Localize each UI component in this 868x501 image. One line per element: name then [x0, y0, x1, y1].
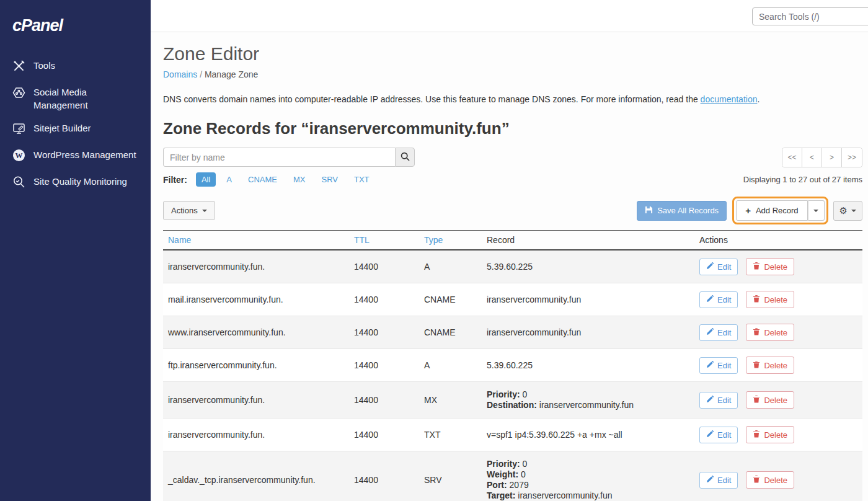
record-actions-cell: EditDelete: [694, 382, 862, 419]
filter-option-mx[interactable]: MX: [288, 172, 311, 187]
record-actions-cell: EditDelete: [694, 316, 862, 349]
social-media-icon: [12, 86, 25, 102]
record-name-cell: iranservercommunity.fun.: [163, 419, 349, 451]
delete-record-button[interactable]: Delete: [746, 324, 794, 341]
filter-option-all[interactable]: All: [196, 172, 216, 187]
record-ttl-cell: 14400: [349, 451, 419, 501]
main-area: Zone Editor Domains / Manage Zone DNS co…: [151, 0, 868, 501]
sort-by-name-link[interactable]: Name: [168, 235, 191, 245]
save-icon: [645, 206, 653, 216]
column-header-ttl: TTL: [349, 231, 419, 250]
pagination-button-2[interactable]: >: [822, 148, 842, 167]
delete-record-button[interactable]: Delete: [746, 391, 794, 409]
record-value-cell: iranservercommunity.fun: [482, 283, 694, 316]
edit-record-button[interactable]: Edit: [699, 357, 738, 374]
settings-gear-button[interactable]: ⚙: [833, 201, 862, 221]
record-line: 5.39.60.225: [487, 262, 689, 272]
delete-label: Delete: [764, 361, 787, 370]
delete-record-button[interactable]: Delete: [746, 471, 794, 489]
trash-icon: [753, 295, 760, 304]
edit-record-button[interactable]: Edit: [699, 472, 738, 489]
toolbar-right-buttons: Save All Records + Add Record: [637, 197, 862, 224]
column-header-actions: Actions: [694, 231, 862, 250]
pagination-button-0[interactable]: <<: [782, 148, 802, 167]
search-icon: [401, 152, 410, 163]
trash-icon: [753, 430, 760, 440]
filter-links: Filter: AllACNAMEMXSRVTXT: [163, 172, 375, 187]
add-record-dropdown-button[interactable]: [808, 200, 825, 221]
topbar: [151, 0, 868, 32]
description-text: DNS converts domain names into computer-…: [163, 94, 701, 104]
edit-record-button[interactable]: Edit: [699, 291, 738, 308]
record-value-cell: Priority: 0Destination: iranservercommun…: [482, 382, 694, 419]
sidebar-item-social-media[interactable]: Social Media Management: [0, 81, 151, 117]
table-row: www.iranservercommunity.fun.14400CNAMEir…: [163, 316, 862, 349]
filter-option-cname[interactable]: CNAME: [242, 172, 283, 187]
sidebar: cPanel Tools Social Media Management Sit…: [0, 0, 151, 501]
site-quality-icon: [12, 175, 25, 192]
sidebar-item-sitejet-builder[interactable]: Sitejet Builder: [0, 117, 151, 143]
plus-icon: +: [745, 205, 751, 216]
table-row: iranservercommunity.fun.14400TXTv=spf1 i…: [163, 419, 862, 451]
filter-search-button[interactable]: [395, 148, 415, 167]
actions-dropdown-button[interactable]: Actions: [163, 201, 215, 220]
record-type-cell: A: [419, 250, 482, 283]
sitejet-builder-icon: [12, 122, 25, 138]
record-line: Priority: 0: [487, 389, 689, 400]
sidebar-item-site-quality[interactable]: Site Quality Monitoring: [0, 170, 151, 197]
pagination: <<<>>>: [782, 148, 862, 167]
record-name-cell: mail.iranservercommunity.fun.: [163, 283, 349, 316]
documentation-link[interactable]: documentation: [701, 94, 758, 104]
edit-record-button[interactable]: Edit: [699, 324, 738, 341]
breadcrumb-domains-link[interactable]: Domains: [163, 69, 197, 79]
save-all-records-label: Save All Records: [657, 206, 719, 215]
filter-option-a[interactable]: A: [221, 172, 237, 187]
pencil-icon: [706, 396, 714, 405]
cpanel-logo: cPanel: [0, 0, 151, 54]
sidebar-item-label: Social Media Management: [33, 86, 138, 112]
edit-record-button[interactable]: Edit: [699, 259, 738, 275]
table-row: ftp.iranservercommunity.fun.14400A5.39.6…: [163, 349, 862, 382]
sort-by-ttl-link[interactable]: TTL: [354, 235, 370, 245]
save-all-records-button[interactable]: Save All Records: [637, 201, 727, 221]
delete-label: Delete: [764, 476, 787, 485]
sidebar-item-wordpress[interactable]: W WordPress Management: [0, 143, 151, 170]
sort-by-type-link[interactable]: Type: [424, 235, 443, 245]
filter-by-name-input[interactable]: [163, 148, 395, 167]
record-type-cell: CNAME: [419, 283, 482, 316]
filter-option-txt[interactable]: TXT: [348, 172, 375, 187]
search-tools-input[interactable]: [752, 7, 868, 25]
add-record-button[interactable]: + Add Record: [736, 200, 807, 221]
delete-record-button[interactable]: Delete: [746, 258, 794, 275]
delete-label: Delete: [764, 430, 787, 440]
record-line: Weight: 0: [487, 469, 689, 480]
sidebar-item-label: Sitejet Builder: [33, 122, 91, 135]
record-actions-cell: EditDelete: [694, 349, 862, 382]
sidebar-item-label: WordPress Management: [33, 148, 136, 161]
sidebar-item-label: Tools: [33, 59, 55, 72]
record-line: v=spf1 ip4:5.39.60.225 +a +mx ~all: [487, 430, 689, 440]
trash-icon: [753, 475, 760, 485]
app-root: cPanel Tools Social Media Management Sit…: [0, 0, 868, 501]
edit-record-button[interactable]: Edit: [699, 427, 738, 443]
filter-option-srv[interactable]: SRV: [316, 172, 343, 187]
delete-record-button[interactable]: Delete: [746, 357, 794, 374]
record-line: Port: 2079: [487, 480, 689, 490]
record-actions-cell: EditDelete: [694, 250, 862, 283]
delete-record-button[interactable]: Delete: [746, 291, 794, 308]
record-value-cell: v=spf1 ip4:5.39.60.225 +a +mx ~all: [482, 419, 694, 451]
edit-record-button[interactable]: Edit: [699, 392, 738, 409]
record-value-cell: iranservercommunity.fun: [482, 316, 694, 349]
record-ttl-cell: 14400: [349, 250, 419, 283]
delete-label: Delete: [764, 328, 787, 337]
pencil-icon: [706, 476, 714, 485]
caret-down-icon: [813, 210, 818, 212]
delete-record-button[interactable]: Delete: [746, 426, 794, 443]
pagination-button-3[interactable]: >>: [842, 148, 862, 167]
display-status: Displaying 1 to 27 out of 27 items: [743, 175, 862, 184]
breadcrumb: Domains / Manage Zone: [163, 69, 862, 79]
sidebar-item-tools[interactable]: Tools: [0, 54, 151, 81]
table-row: _caldav._tcp.iranservercommunity.fun.144…: [163, 451, 862, 501]
edit-label: Edit: [717, 328, 731, 337]
pagination-button-1[interactable]: <: [802, 148, 822, 167]
